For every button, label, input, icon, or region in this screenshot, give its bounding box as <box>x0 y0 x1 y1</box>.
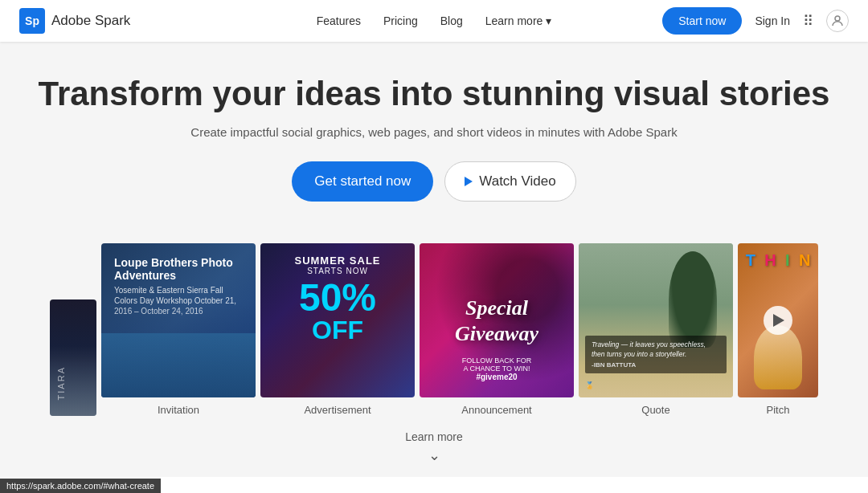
quote-author: -IBN BATTUTA <box>592 361 720 369</box>
learn-more-section: Learn more ⌄ <box>0 422 868 477</box>
status-bar: https://spark.adobe.com/#what-create <box>0 479 161 493</box>
nav-links: Features Pricing Blog Learn more ▾ <box>317 14 552 27</box>
pitch-play-button[interactable] <box>764 306 792 335</box>
pitch-card-item[interactable]: T H I N Pitch <box>738 243 818 416</box>
logo-link[interactable]: Sp Adobe Spark <box>19 8 130 34</box>
announcement-card-image: Special Giveaway FOLLOW BACK FOR A CHANC… <box>420 243 574 397</box>
chevron-down-icon: ▾ <box>546 14 551 27</box>
watch-video-button[interactable]: Watch Video <box>444 161 575 202</box>
announcement-hashtag: #giveme20 <box>420 373 574 381</box>
avatar-icon[interactable] <box>826 10 849 32</box>
partial-left-image <box>50 299 96 416</box>
partial-left-card <box>50 299 96 416</box>
ad-subtitle: STARTS NOW <box>272 267 403 275</box>
svg-point-0 <box>835 16 840 21</box>
advertisement-label: Advertisement <box>304 404 371 416</box>
pitch-play-icon <box>773 314 784 327</box>
status-url: https://spark.adobe.com/#what-create <box>6 481 154 491</box>
navbar: Sp Adobe Spark Features Pricing Blog Lea… <box>0 0 868 42</box>
hero-title: Transform your ideas into stunning visua… <box>16 74 852 114</box>
invitation-card-title: Loupe Brothers Photo Adventures <box>114 256 243 282</box>
pitch-letter-n: N <box>799 251 810 270</box>
quote-card-image: Traveling — it leaves you speechless, th… <box>579 243 733 397</box>
grid-icon[interactable]: ⠿ <box>803 12 813 30</box>
advertisement-card-item[interactable]: SUMMER SALE STARTS NOW 50% OFF Advertise… <box>260 243 415 416</box>
sign-in-button[interactable]: Sign In <box>755 14 790 27</box>
nav-learn-more[interactable]: Learn more ▾ <box>485 14 552 27</box>
play-icon <box>465 177 473 186</box>
quote-card-item[interactable]: Traveling — it leaves you speechless, th… <box>579 243 733 416</box>
laurel-icon: 🏅 <box>585 381 594 389</box>
quote-label: Quote <box>641 404 669 416</box>
get-started-button[interactable]: Get started now <box>292 161 433 202</box>
ad-title: SUMMER SALE <box>272 255 403 267</box>
announcement-card-item[interactable]: Special Giveaway FOLLOW BACK FOR A CHANC… <box>420 243 574 416</box>
ad-percent: 50% <box>272 279 403 317</box>
announcement-label: Announcement <box>461 404 531 416</box>
invitation-card-image: Loupe Brothers Photo Adventures Yosemite… <box>101 243 256 397</box>
hero-section: Transform your ideas into stunning visua… <box>0 42 868 243</box>
nav-pricing[interactable]: Pricing <box>383 14 418 27</box>
logo-icon: Sp <box>19 8 45 34</box>
pitch-letter-t: T <box>746 251 755 270</box>
cards-carousel: Loupe Brothers Photo Adventures Yosemite… <box>0 243 868 422</box>
announcement-bottom: FOLLOW BACK FOR A CHANCE TO WIN! #giveme… <box>420 357 574 381</box>
nav-features[interactable]: Features <box>317 14 361 27</box>
hero-buttons: Get started now Watch Video <box>16 161 852 202</box>
navbar-actions: Start now Sign In ⠿ <box>662 7 849 35</box>
advertisement-card-image: SUMMER SALE STARTS NOW 50% OFF <box>260 243 415 397</box>
invitation-card-item[interactable]: Loupe Brothers Photo Adventures Yosemite… <box>101 243 256 416</box>
pitch-letter-h: H <box>764 251 776 270</box>
announcement-main-text: Special Giveaway <box>455 295 538 345</box>
quote-text: Traveling — it leaves you speechless, th… <box>592 340 720 360</box>
chevron-down-learn-icon[interactable]: ⌄ <box>0 446 868 464</box>
pitch-letter-i: I <box>785 251 790 270</box>
hero-subtitle: Create impactful social graphics, web pa… <box>16 125 852 139</box>
pitch-letters: T H I N <box>738 251 818 270</box>
ad-off: OFF <box>272 317 403 343</box>
nav-blog[interactable]: Blog <box>440 14 463 27</box>
learn-more-label[interactable]: Learn more <box>0 430 868 443</box>
pitch-card-image: T H I N <box>738 243 818 397</box>
invitation-label: Invitation <box>158 404 199 416</box>
pitch-label: Pitch <box>767 404 790 416</box>
brand-name: Adobe Spark <box>51 13 130 29</box>
start-now-button[interactable]: Start now <box>662 7 742 35</box>
